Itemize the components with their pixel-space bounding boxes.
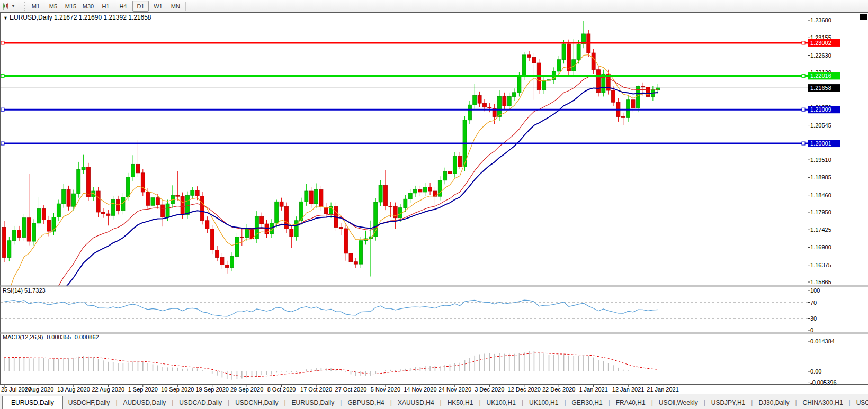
date-tick-label: 1 Jan 2021: [579, 386, 607, 393]
date-tick-label: 13 Aug 2020: [57, 386, 90, 393]
date-tick-label: 19 Sep 2020: [196, 386, 229, 393]
svg-text:30: 30: [810, 315, 817, 322]
line-handle[interactable]: [1, 41, 4, 44]
date-tick-label: 21 Jan 2021: [647, 386, 679, 393]
date-tick-label: 3 Dec 2020: [475, 386, 504, 393]
chart-tab-usdjpy-h1[interactable]: USDJPY,H1: [706, 396, 750, 409]
svg-text:70: 70: [810, 299, 817, 306]
chart-tab-dj30-daily[interactable]: DJ30,Daily: [753, 396, 794, 409]
line-handle[interactable]: [1, 74, 4, 77]
price-label: 1.20001: [808, 140, 840, 147]
svg-text:-0.005396: -0.005396: [810, 379, 837, 386]
date-tick-label: 14 Nov 2020: [404, 386, 436, 393]
macd-label: MACD(12,26,9) -0.000355 -0.000862: [3, 334, 99, 340]
mt4-window: ▼ M1M5M15M30H1H4D1W1MN 1.236801.231551.2…: [0, 0, 868, 409]
date-tick-label: 27 Oct 2020: [335, 386, 367, 393]
price-label: 1.21009: [808, 106, 840, 113]
date-tick-label: 10 Sep 2020: [161, 386, 194, 393]
chart-tab-eurusd-daily[interactable]: EURUSD,Daily: [287, 396, 340, 409]
chart-tab-ger30-h1[interactable]: GER30,H1: [567, 396, 608, 409]
line-handle[interactable]: [802, 41, 805, 44]
svg-text:0: 0: [810, 327, 813, 333]
date-tick-label: 4 Aug 2020: [24, 386, 54, 393]
svg-text:1.17425: 1.17425: [810, 226, 831, 233]
svg-text:100: 100: [810, 287, 820, 294]
date-tick-label: 8 Oct 2020: [267, 386, 296, 393]
line-handle[interactable]: [1, 108, 4, 111]
svg-text:1.22630: 1.22630: [810, 52, 831, 59]
chart-tab-xauusd-h4[interactable]: XAUUSD,H4: [392, 396, 440, 409]
chart-tabs-bar: EURUSD,DailyUSDCHF,Daily|AUDUSD,Daily|US…: [0, 394, 868, 409]
chart-canvas[interactable]: 1.236801.231551.226301.221201.215951.210…: [0, 0, 868, 409]
svg-text:1.16375: 1.16375: [810, 262, 831, 268]
svg-text:1.16900: 1.16900: [810, 244, 831, 250]
chart-tab-fra40-h1[interactable]: FRA40,H1: [611, 396, 651, 409]
chart-tab-usdchf-daily[interactable]: USDCHF,Daily: [63, 396, 115, 409]
chart-title: ▼EURUSD,Daily 1.21672 1.21690 1.21392 1.…: [3, 14, 151, 21]
chart-tab-hk50-h1[interactable]: HK50,H1: [442, 396, 479, 409]
date-tick-label: 24 Nov 2020: [439, 386, 471, 393]
axis-grip: [860, 14, 867, 20]
chart-tab-usoil-weekly[interactable]: USOil,Weekly: [654, 396, 703, 409]
chart-tab-usdcnh-daily[interactable]: USDCNH,Daily: [230, 396, 283, 409]
date-tick-label: 1 Sep 2020: [128, 386, 158, 393]
chart-title-text: EURUSD,Daily 1.21672 1.21690 1.21392 1.2…: [10, 14, 151, 21]
svg-text:1.23680: 1.23680: [810, 17, 831, 23]
svg-text:1.22016: 1.22016: [810, 72, 831, 79]
svg-text:0.014384: 0.014384: [810, 338, 835, 344]
line-handle[interactable]: [802, 74, 805, 77]
line-handle[interactable]: [1, 142, 4, 145]
price-label: 1.21658: [808, 84, 840, 92]
svg-text:▼: ▼: [3, 15, 8, 21]
line-handle[interactable]: [802, 142, 805, 145]
price-label: 1.23002: [808, 39, 840, 47]
svg-text:1.23002: 1.23002: [810, 40, 831, 46]
chart-tab-uk100-h1[interactable]: UK100,H1: [524, 396, 563, 409]
svg-text:1.21009: 1.21009: [810, 106, 831, 113]
chart-tab-china300-h1[interactable]: CHINA300,H1: [798, 396, 848, 409]
line-handle[interactable]: [802, 108, 805, 111]
date-tick-label: 17 Oct 2020: [300, 386, 332, 393]
chart-tab-eurusd-daily[interactable]: EURUSD,Daily: [2, 396, 63, 409]
svg-text:1.18985: 1.18985: [810, 174, 831, 180]
svg-text:1.20545: 1.20545: [810, 122, 831, 129]
date-tick-label: 29 Sep 2020: [230, 386, 263, 393]
svg-text:1.15865: 1.15865: [810, 279, 831, 285]
chart-tab-audusd-daily[interactable]: AUDUSD,Daily: [118, 396, 172, 409]
date-tick-label: 22 Dec 2020: [542, 386, 575, 393]
svg-text:1.19510: 1.19510: [810, 157, 831, 163]
price-label: 1.22016: [808, 72, 840, 79]
chart-tab-gbpusd-h4[interactable]: GBPUSD,H4: [342, 396, 389, 409]
svg-text:1.17950: 1.17950: [810, 209, 831, 215]
date-tick-label: 5 Nov 2020: [371, 386, 400, 393]
svg-text:1.21658: 1.21658: [810, 85, 831, 91]
svg-text:1.20001: 1.20001: [810, 140, 831, 147]
svg-text:0.00: 0.00: [810, 368, 821, 375]
date-tick-label: 22 Aug 2020: [92, 386, 124, 393]
rsi-label: RSI(14) 51.7323: [3, 287, 46, 294]
date-tick-label: 12 Dec 2020: [508, 386, 541, 393]
chart-tab-usoil-[interactable]: USOil,: [851, 396, 868, 409]
chart-tab-uk100-h1[interactable]: UK100,H1: [481, 396, 521, 409]
chart-tab-usdcad-daily[interactable]: USDCAD,Daily: [174, 396, 227, 409]
svg-text:1.18460: 1.18460: [810, 192, 831, 198]
date-tick-label: 12 Jan 2021: [612, 386, 645, 393]
